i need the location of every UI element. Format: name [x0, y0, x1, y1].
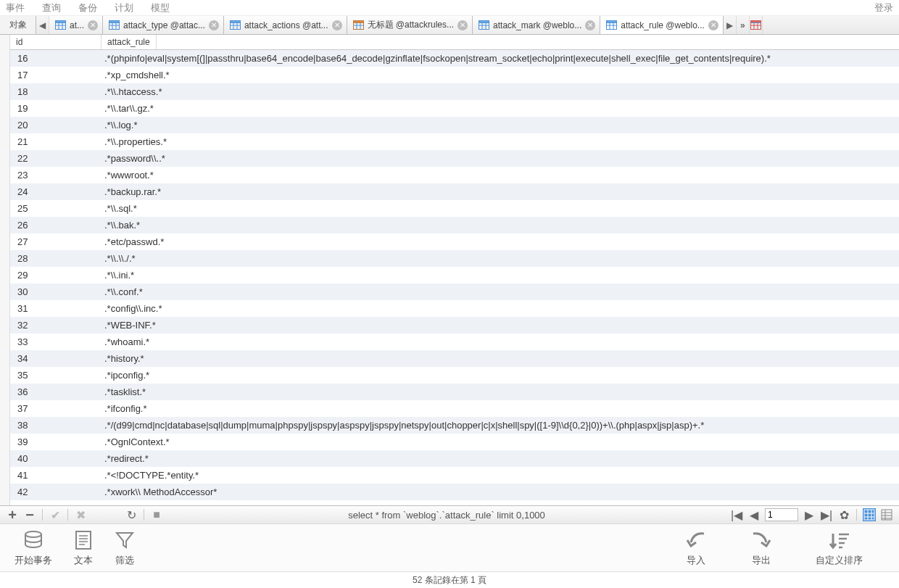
menu-model[interactable]: 模型 — [151, 0, 170, 15]
tab-label: at... — [70, 20, 84, 30]
table-row[interactable]: 27.*etc/passwd.* — [10, 233, 899, 250]
table-row[interactable]: 35.*ipconfig.* — [10, 367, 899, 384]
row-gutter — [0, 35, 10, 505]
close-icon[interactable]: ✕ — [457, 20, 468, 30]
stop-button[interactable]: ■ — [150, 508, 163, 521]
import-arrow-icon — [685, 529, 707, 551]
table-row[interactable]: 20.*\\.log.* — [10, 117, 899, 133]
cell-id: 25 — [10, 203, 102, 214]
menu-query[interactable]: 查询 — [42, 0, 61, 15]
table-row[interactable]: 21.*\\.properties.* — [10, 133, 899, 150]
cell-id: 39 — [10, 436, 102, 447]
table-row[interactable]: 23.*wwwroot.* — [10, 167, 899, 183]
tabs-scroll-right[interactable]: ▶ — [724, 16, 737, 34]
cancel-button[interactable]: ✖ — [74, 508, 87, 522]
close-icon[interactable]: ✕ — [708, 20, 718, 30]
tab-5[interactable]: attack_rule @weblo...✕ — [600, 16, 724, 34]
menu-event[interactable]: 事件 — [6, 0, 25, 15]
cell-id: 26 — [10, 220, 102, 231]
close-icon[interactable]: ✕ — [585, 20, 595, 30]
begin-transaction-button[interactable]: 开始事务 — [14, 529, 52, 567]
table-row[interactable]: 28.*\\.\\./.* — [10, 250, 899, 267]
filter-button[interactable]: 筛选 — [115, 529, 135, 567]
table-row[interactable]: 36.*tasklist.* — [10, 384, 899, 400]
tab-4[interactable]: attack_mark @weblo...✕ — [473, 16, 600, 34]
next-page-button[interactable]: ▶ — [803, 508, 816, 522]
cell-id: 21 — [10, 136, 102, 147]
text-button[interactable]: 文本 — [74, 529, 93, 567]
grid-toolbar: + − ✔ ✖ ↻ ■ select * from `weblog`.`atta… — [0, 505, 899, 524]
table-row[interactable]: 18.*\\.htaccess.* — [10, 83, 899, 100]
add-row-button[interactable]: + — [6, 507, 19, 523]
cell-rule: .*\\.htaccess.* — [102, 86, 165, 97]
tab-label: attack_mark @weblo... — [493, 20, 581, 30]
table-row[interactable]: 34.*history.* — [10, 350, 899, 367]
table-row[interactable]: 19.*\\.tar\\.gz.* — [10, 100, 899, 117]
cell-id: 38 — [10, 420, 102, 431]
cell-rule: .*WEB-INF.* — [102, 320, 159, 331]
last-page-button[interactable]: ▶| — [820, 508, 833, 522]
cell-id: 34 — [10, 353, 102, 364]
table-row[interactable]: 31.*config\\.inc.* — [10, 300, 899, 317]
menu-backup[interactable]: 备份 — [78, 0, 97, 15]
prev-page-button[interactable]: ◀ — [747, 508, 761, 522]
column-header-rule[interactable]: attack_rule — [102, 35, 157, 49]
first-page-button[interactable]: |◀ — [730, 508, 743, 522]
custom-sort-label: 自定义排序 — [816, 554, 863, 567]
table-row[interactable]: 39.*OgnlContext.* — [10, 434, 899, 450]
close-icon[interactable]: ✕ — [209, 20, 219, 30]
table-row[interactable]: 24.*backup.rar.* — [10, 183, 899, 200]
cell-rule: .*xwork\\ MethodAccessor* — [102, 486, 220, 497]
page-number-input[interactable] — [765, 508, 798, 521]
tab-3[interactable]: 无标题 @attackrules...✕ — [347, 16, 473, 34]
settings-button[interactable]: ✿ — [837, 508, 850, 522]
cell-id: 20 — [10, 120, 102, 131]
cell-id: 17 — [10, 70, 102, 80]
tab-1[interactable]: attack_type @attac...✕ — [103, 16, 224, 34]
cell-rule: .*<!DOCTYPE.*entity.* — [102, 470, 202, 481]
table-row[interactable]: 22.*password\\..* — [10, 150, 899, 167]
tab-label: attack_type @attac... — [123, 20, 205, 30]
table-row[interactable]: 37.*ifconfig.* — [10, 400, 899, 417]
remove-row-button[interactable]: − — [23, 507, 36, 523]
table-row[interactable]: 41.*<!DOCTYPE.*entity.* — [10, 467, 899, 484]
table-row[interactable]: 29.*\\.ini.* — [10, 267, 899, 283]
table-row[interactable]: 26.*\\.bak.* — [10, 217, 899, 233]
table-row[interactable]: 17.*xp_cmdshell.* — [10, 67, 899, 83]
table-row[interactable]: 16.*(phpinfo|eval|system[(]|passthru|bas… — [10, 50, 899, 67]
cell-id: 24 — [10, 186, 102, 197]
svg-rect-46 — [76, 531, 91, 549]
table-row[interactable]: 38.*/(d99|cmd|nc|database|sql|dump|muma|… — [10, 417, 899, 434]
export-button[interactable]: 导出 — [750, 529, 772, 567]
tab-objects[interactable]: 对象 — [0, 16, 36, 34]
custom-sort-button[interactable]: 自定义排序 — [816, 529, 863, 567]
tab-0[interactable]: at...✕ — [49, 16, 103, 34]
menu-schedule[interactable]: 计划 — [115, 0, 133, 15]
column-headers: id attack_rule — [10, 35, 899, 50]
table-row[interactable]: 30.*\\.conf.* — [10, 283, 899, 300]
menu-login[interactable]: 登录 — [874, 0, 893, 15]
filter-label: 筛选 — [115, 554, 134, 567]
cell-id: 18 — [10, 86, 102, 97]
refresh-button[interactable]: ↻ — [125, 508, 138, 522]
table-row[interactable]: 32.*WEB-INF.* — [10, 317, 899, 334]
new-tab-button[interactable] — [750, 16, 763, 34]
import-button[interactable]: 导入 — [685, 529, 707, 567]
column-header-id[interactable]: id — [10, 35, 102, 49]
tab-2[interactable]: attack_actions @att...✕ — [224, 16, 347, 34]
table-row[interactable]: 42.*xwork\\ MethodAccessor* — [10, 484, 899, 500]
cell-id: 31 — [10, 303, 102, 314]
cell-rule: .*\\.\\./.* — [102, 253, 138, 264]
tabs-scroll-left[interactable]: ◀ — [36, 16, 49, 34]
table-row[interactable]: 33.*whoami.* — [10, 334, 899, 350]
form-view-button[interactable] — [880, 508, 893, 521]
svg-rect-35 — [864, 510, 874, 520]
close-icon[interactable]: ✕ — [332, 20, 342, 30]
export-arrow-icon — [750, 529, 772, 551]
apply-button[interactable]: ✔ — [49, 508, 62, 522]
table-row[interactable]: 25.*\\.sql.* — [10, 200, 899, 217]
tabs-overflow[interactable]: » — [737, 16, 750, 34]
grid-view-button[interactable] — [863, 508, 876, 521]
table-row[interactable]: 40.*redirect.* — [10, 450, 899, 467]
close-icon[interactable]: ✕ — [88, 20, 98, 30]
